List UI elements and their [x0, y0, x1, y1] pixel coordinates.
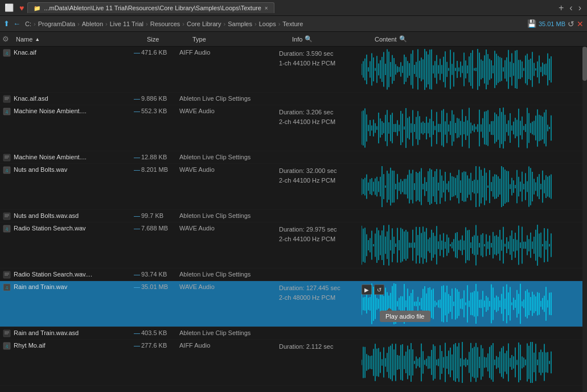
file-name: Knac.aif.asd — [14, 93, 132, 105]
file-type: WAVE Audio — [177, 164, 277, 209]
breadcrumb-samples[interactable]: Samples — [228, 20, 252, 27]
back-button[interactable]: ‹ — [568, 2, 573, 14]
info-label: Info — [292, 36, 302, 43]
breadcrumb-ableton[interactable]: Ableton — [82, 20, 103, 27]
type-column-header[interactable]: Type — [192, 36, 292, 43]
title-bar: ⬜ ♥ 📁 ...mData\Ableton\Live 11 Trial\Res… — [0, 0, 587, 16]
info-duration: Duration: 127.445 sec — [279, 283, 357, 293]
file-info: Duration: 32.000 sec2-ch 44100 Hz PCM — [277, 164, 359, 209]
loop-button[interactable]: ↺ — [374, 284, 384, 295]
size-column-header[interactable]: Size — [147, 36, 192, 43]
breadcrumb-programdata[interactable]: ProgramData — [38, 20, 75, 27]
file-size: —7.688 MB — [132, 222, 177, 268]
file-content — [359, 105, 587, 151]
list-item[interactable]: Knac.aif.asd—9.886 KBAbleton Live Clip S… — [0, 93, 587, 105]
file-info: Duration: 3.590 sec1-ch 44100 Hz PCM — [277, 47, 359, 92]
sep8: › — [278, 20, 281, 27]
info-channels: 2-ch 44100 Hz PCM — [279, 176, 357, 185]
file-content — [359, 47, 587, 92]
file-type: Ableton Live Clip Settings — [177, 210, 277, 222]
refresh-button[interactable]: ↺ — [568, 19, 574, 28]
list-item[interactable]: ♫ Rhyt Mo.aif—277.6 KBAIFF AudioDuration… — [0, 340, 587, 386]
heart-icon: ♥ — [19, 3, 24, 13]
info-channels: 1-ch 44100 Hz PCM — [279, 59, 357, 68]
column-headers: ⚙ Name ▲ Size Type Info 🔍 Content 🔍 — [0, 32, 587, 47]
file-size: —471.6 KB — [132, 47, 177, 92]
file-content — [359, 210, 587, 222]
file-size: —8.201 MB — [132, 164, 177, 209]
breadcrumb-texture[interactable]: Texture — [282, 20, 303, 27]
info-channels: 2-ch 48000 Hz PCM — [279, 293, 357, 303]
content-search-icon[interactable]: 🔍 — [399, 35, 407, 43]
file-size: —403.5 KB — [132, 327, 177, 339]
info-search-icon[interactable]: 🔍 — [305, 35, 313, 43]
list-item[interactable]: ♫ Rain and Train.wav—35.01 MBWAVE AudioD… — [0, 281, 587, 327]
size-indicator: — — [134, 225, 140, 232]
sep1: › — [34, 20, 36, 27]
audio-file-icon: ♫ — [0, 340, 14, 385]
clip-file-icon — [0, 151, 14, 163]
size-indicator: — — [134, 166, 140, 173]
info-duration: Duration: 2.112 sec — [279, 342, 357, 352]
svg-text:♫: ♫ — [5, 109, 9, 114]
breadcrumb-live11trial[interactable]: Live 11 Trial — [110, 20, 143, 27]
clip-file-icon — [0, 269, 14, 280]
list-item[interactable]: Machine Noise Ambient....—12.88 KBAbleto… — [0, 151, 587, 164]
size-indicator: — — [134, 49, 140, 56]
breadcrumb-c[interactable]: C: — [25, 20, 31, 27]
scrollbar-track[interactable] — [582, 47, 587, 392]
info-channels: 2-ch 44100 Hz PCM — [279, 234, 357, 244]
file-info: Duration: 127.445 sec2-ch 48000 Hz PCM — [277, 281, 359, 327]
list-item[interactable]: ♫ Radio Station Search.wav—7.688 MBWAVE … — [0, 222, 587, 269]
file-type: Ableton Live Clip Settings — [177, 327, 277, 339]
breadcrumb-loops[interactable]: Loops — [259, 20, 276, 27]
settings-icon[interactable]: ⚙ — [2, 35, 16, 43]
file-name: Rain and Train.wav — [14, 281, 132, 327]
file-size: —35.01 MB — [132, 281, 177, 327]
tab-close-button[interactable]: × — [265, 5, 268, 11]
info-column-header[interactable]: Info 🔍 — [292, 35, 375, 43]
tab-folder-icon: 📁 — [34, 5, 40, 11]
size-indicator: — — [134, 329, 140, 336]
add-tab-button[interactable]: + — [557, 2, 565, 14]
active-tab[interactable]: 📁 ...mData\Ableton\Live 11 Trial\Resourc… — [27, 2, 274, 13]
size-indicator: — — [134, 108, 140, 114]
audio-file-icon: ♫ — [0, 222, 14, 268]
audio-file-icon: ♫ — [0, 47, 14, 92]
file-type: Ableton Live Clip Settings — [177, 93, 277, 105]
size-value: 35.01 MB — [539, 20, 565, 27]
scrollbar-thumb[interactable] — [582, 47, 587, 81]
list-item[interactable]: ♫ Nuts and Bolts.wav—8.201 MBWAVE AudioD… — [0, 164, 587, 210]
back-nav-button[interactable]: ← — [13, 19, 20, 28]
file-info: Duration: 3.206 sec2-ch 44100 Hz PCM — [277, 105, 359, 151]
name-column-header[interactable]: Name ▲ — [16, 36, 147, 43]
file-list: ♫ Knac.aif—471.6 KBAIFF AudioDuration: 3… — [0, 47, 587, 392]
breadcrumb-bar: ⬆ ← C: › ProgramData › Ableton › Live 11… — [0, 16, 587, 32]
info-duration: Duration: 3.206 sec — [279, 108, 357, 117]
file-content — [359, 222, 587, 268]
info-channels: 2-ch 44100 Hz PCM — [279, 117, 357, 127]
list-item[interactable]: Radio Station Search.wav....—93.74 KBAbl… — [0, 269, 587, 281]
play-button[interactable]: ▶ — [362, 284, 372, 295]
file-content — [359, 164, 587, 209]
list-item[interactable]: ♫ Knac.aif—471.6 KBAIFF AudioDuration: 3… — [0, 47, 587, 93]
list-item[interactable]: ♫ Machine Noise Ambient....—552.3 KBWAVE… — [0, 105, 587, 151]
file-info — [277, 93, 359, 105]
sep3: › — [105, 20, 108, 27]
breadcrumb-resources[interactable]: Resources — [150, 20, 180, 27]
content-column-header[interactable]: Content 🔍 — [375, 35, 585, 43]
svg-rect-232 — [3, 154, 10, 161]
list-item[interactable]: Rain and Train.wav.asd—403.5 KBAbleton L… — [0, 327, 587, 340]
sep5: › — [182, 20, 184, 27]
file-type: WAVE Audio — [177, 222, 277, 268]
up-arrow-button[interactable]: ⬆ — [3, 19, 10, 28]
list-item[interactable]: Nuts and Bolts.wav.asd—99.7 KBAbleton Li… — [0, 210, 587, 222]
file-size: —9.886 KB — [132, 93, 177, 105]
breadcrumb-corelibrary[interactable]: Core Library — [187, 20, 221, 27]
svg-text:♫: ♫ — [5, 344, 9, 349]
file-name: Rhyt Mo.aif — [14, 340, 132, 385]
file-type: AIFF Audio — [177, 340, 277, 385]
forward-button[interactable]: › — [577, 2, 582, 14]
close-button[interactable]: ✕ — [577, 19, 584, 28]
svg-text:♫: ♫ — [5, 226, 9, 232]
